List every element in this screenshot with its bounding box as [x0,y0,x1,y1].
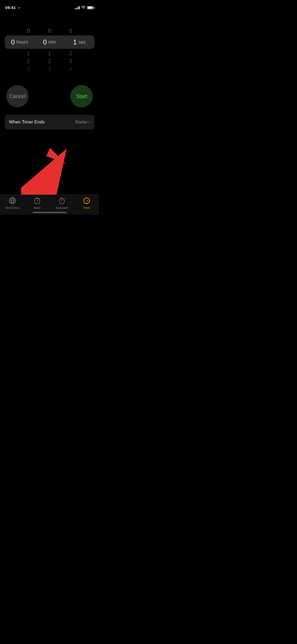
sec-below-1: 2 [69,50,72,57]
min-label: min [48,39,56,45]
world-clock-icon [9,197,16,205]
svg-line-19 [64,199,65,199]
tab-alarm[interactable]: Alarm [27,197,48,209]
timer-picker[interactable]: 0 0 0 0 hours 0 min 1 sec 1 2 3 1 [0,27,99,72]
alarm-icon [34,197,41,205]
timer-ends-value-area: Radar › [75,119,90,125]
svg-line-1 [37,159,61,198]
sec-label: sec [78,39,86,45]
timer-ends-sound: Radar [75,119,87,125]
picker-above-row: 0 0 0 [10,27,89,34]
when-timer-ends-row[interactable]: When Timer Ends Radar › [5,115,94,130]
stopwatch-label: Stopwatch [56,206,68,209]
control-buttons: Cancel Start [0,85,99,107]
stopwatch-icon [58,197,65,205]
hours-label: hours [16,39,28,45]
home-indicator [32,212,67,213]
location-icon: ↗ [18,6,20,10]
timer-label: Timer [83,206,90,209]
start-button[interactable]: Start [70,85,93,107]
hours-below-2: 2 [27,58,30,65]
battery-icon [87,6,94,9]
svg-marker-2 [46,148,66,164]
tab-world-clock[interactable]: World Clock [2,197,23,209]
min-below-2: 2 [48,58,51,65]
wifi-icon [81,6,86,10]
status-bar: 09:41 ↗ [0,0,99,12]
min-below-3: 3 [48,66,51,72]
alarm-label: Alarm [34,206,41,209]
timer-icon [83,197,90,205]
status-time-area: 09:41 ↗ [5,5,20,10]
min-above: 0 [39,27,60,34]
hours-value: 0 [11,38,15,46]
sec-below-2: 3 [69,58,72,65]
status-icons [75,6,94,10]
annotation-arrow [21,148,74,202]
hours-below-3: 3 [27,66,30,72]
svg-line-14 [39,203,39,204]
timer-ends-chevron: › [88,119,90,125]
sec-above: 0 [60,27,81,34]
status-time: 09:41 [5,5,16,10]
tab-timer[interactable]: Timer [76,197,97,209]
tab-stopwatch[interactable]: Stopwatch [51,197,72,209]
min-col[interactable]: 0 min [36,38,63,46]
world-clock-label: World Clock [5,206,20,209]
min-value: 0 [43,38,47,46]
signal-bars-icon [75,6,80,9]
timer-ends-label: When Timer Ends [9,119,45,125]
hours-below-1: 1 [27,50,30,57]
picker-selected-row[interactable]: 0 hours 0 min 1 sec [5,35,95,49]
min-below-1: 1 [48,50,51,57]
svg-line-13 [35,203,36,204]
hours-above: 0 [18,27,39,34]
picker-below-rows: 1 2 3 1 2 3 2 3 4 [10,50,89,72]
sec-below-3: 4 [69,66,72,72]
sec-col[interactable]: 1 sec [66,38,93,46]
hours-col[interactable]: 0 hours [6,38,33,46]
sec-value: 1 [73,38,77,46]
cancel-button[interactable]: Cancel [6,85,29,107]
